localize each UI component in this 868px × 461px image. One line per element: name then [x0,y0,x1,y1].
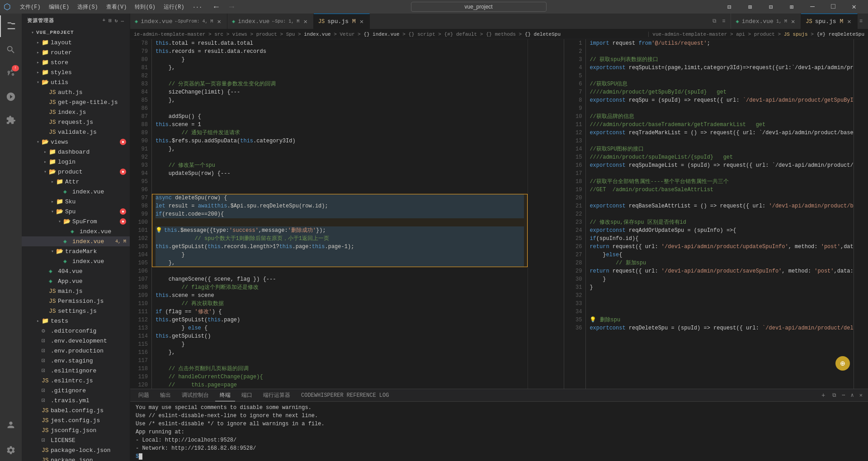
tab-right-close-1[interactable]: ✕ [790,17,796,26]
tree-item-env-stag[interactable]: ⊡ .env.staging [22,356,130,366]
nav-forward[interactable]: → [225,1,238,13]
tree-item-license[interactable]: ⊡ LICENSE [22,435,130,445]
panel-split-btn[interactable]: ⧉ [830,391,838,400]
tree-item-editorconfig[interactable]: ⚙ .editorconfig [22,326,130,336]
activity-debug[interactable] [0,86,22,108]
tab-index-vue-spu[interactable]: ◈ index.vue ←Spu: 1, M ✕ [227,14,314,29]
panel-actions[interactable]: ⋯ [840,391,847,400]
refresh-icon[interactable]: ↻ [115,18,118,24]
tree-item-index-js[interactable]: JS index.js [22,107,130,117]
activity-extensions[interactable] [0,109,22,131]
panel-tab-problems[interactable]: 问题 [134,390,154,401]
terminal-cursor[interactable]: $ [136,452,863,461]
tree-item-index-vue-spufrom[interactable]: ◈ index.vue [22,226,130,236]
tree-item-index-vue-tm[interactable]: ◈ index.vue [22,256,130,266]
tree-item-layout[interactable]: ▸ 📁 layout [22,38,130,47]
tree-item-styles[interactable]: ▸ 📁 styles [22,67,130,77]
activity-files[interactable] [0,15,22,37]
tree-item-package[interactable]: JS package.json [22,455,130,461]
tree-item-spu[interactable]: ▾ 📂 Spu ● [22,207,130,216]
panel-add-btn[interactable]: + [818,392,829,399]
tree-item-main-js[interactable]: JS main.js [22,286,130,296]
nav-back[interactable]: ← [209,1,223,13]
tab-close-2[interactable]: ✕ [302,17,308,26]
tree-item-request-js[interactable]: JS request.js [22,117,130,127]
menu-edit[interactable]: 编辑(E) [45,2,73,12]
tree-item-permission-js[interactable]: JS Permission.js [22,296,130,306]
tree-item-attr[interactable]: ▸ 📁 Attr [22,177,130,187]
tree-item-dashboard[interactable]: ▸ 📁 dashboard [22,147,130,157]
menu-file[interactable]: 文件(F) [16,2,44,12]
tree-item-pkglock[interactable]: JS package-lock.json [22,445,130,455]
tab-right-spujs[interactable]: JS spu.js M ✕ [801,14,857,29]
tab-close-3[interactable]: ✕ [359,17,365,26]
tree-item-views[interactable]: ▾ 📂 views ● [22,137,130,147]
panel-tab-cwrl[interactable]: CODEWHISPERER REFERENCE LOG [297,390,393,400]
tab-spujs[interactable]: JS spu.js M ✕ [314,14,370,29]
panel-tab-debug[interactable]: 调试控制台 [177,390,213,401]
layout-toggle[interactable]: ⊟ [719,0,740,14]
tree-item-jsconfig[interactable]: JS jsconfig.json [22,425,130,435]
collapse-icon[interactable]: … [121,18,124,24]
search-input[interactable] [411,2,547,12]
panel-toggle[interactable]: ⊞ [740,0,760,14]
tree-item-babel[interactable]: JS babel.config.js [22,405,130,415]
tab-close-1[interactable]: ✕ [216,17,222,26]
tree-item-eslintrc[interactable]: JS .eslintrc.js [22,376,130,386]
tree-item-validate-js[interactable]: JS validate.js [22,127,130,137]
panel-tab-ports[interactable]: 端口 [237,390,257,401]
tree-item-get-page-title[interactable]: JS get-page-title.js [22,97,130,107]
layout-btn[interactable]: ⊞ [781,0,802,14]
tree-item-index-vue-spu[interactable]: ◈ index.vue 4, M [22,236,130,246]
right-code-content[interactable]: import request from '@/utils/request';//… [586,39,854,389]
activity-search[interactable] [0,39,22,61]
tree-item-app-vue[interactable]: ◈ App.vue [22,276,130,286]
tree-item-store[interactable]: ▸ 📁 store [22,57,130,67]
left-code-content[interactable]: this.total = result.data.total this.reco… [152,39,528,389]
menu-view[interactable]: 查看(V) [103,2,131,12]
tree-item-travis[interactable]: ⊡ .travis.yml [22,395,130,405]
tree-item-utils[interactable]: ▾ 📂 utils [22,77,130,87]
panel-tab-output[interactable]: 输出 [156,390,175,401]
tree-item-jest[interactable]: JS jest.config.js [22,415,130,425]
tree-item-env-prod[interactable]: ⊡ .env.production [22,346,130,356]
tree-item-gitignore[interactable]: ⊡ .gitignore [22,386,130,395]
tab-right-index-vue[interactable]: ◈ index.vue 1, M ✕ [731,14,801,29]
activity-source-control[interactable]: ! [0,62,22,84]
tree-item-trademark[interactable]: ▾ 📂 tradeMark [22,246,130,256]
tree-item-router[interactable]: ▸ 📁 router [22,47,130,57]
panel-up-btn[interactable]: ∧ [849,391,856,400]
menu-run[interactable]: 运行(R) [160,2,188,12]
panel-close-btn[interactable]: ✕ [858,391,864,400]
new-folder-icon[interactable]: ⊞ [108,18,112,24]
activity-account[interactable] [0,414,22,436]
tree-item-spufrom[interactable]: ▾ 📂 SpuFrom ● [22,216,130,226]
tree-item-404[interactable]: ◈ 404.vue [22,266,130,276]
split-editor-btn[interactable]: ⧉ [711,17,718,25]
tree-item-login[interactable]: ▸ 📁 login [22,157,130,167]
menu-more[interactable]: ... [189,2,206,12]
panel-tab-terminal[interactable]: 终端 [215,390,235,401]
right-more-btn[interactable]: ≡ [858,17,864,25]
tree-item-env-dev[interactable]: ⊡ .env.development [22,336,130,346]
tree-item-eslintignore[interactable]: ⊡ .eslintignore [22,366,130,376]
menu-goto[interactable]: 转到(G) [131,2,159,12]
new-file-icon[interactable]: + [103,18,106,24]
tree-item-settings-js[interactable]: JS settings.js [22,306,130,316]
more-tabs-btn[interactable]: ≡ [720,17,727,25]
activity-settings[interactable] [0,439,22,461]
tree-item-sku[interactable]: ▸ 📁 Sku [22,197,130,207]
minimize-btn[interactable]: — [802,0,823,14]
sidebar-toggle[interactable]: ⊟ [760,0,781,14]
maximize-btn[interactable]: □ [823,0,844,14]
tree-item-product[interactable]: ▾ 📂 product ● [22,167,130,177]
tree-root[interactable]: ▾ VUE_PROJECT [22,28,130,38]
tree-item-index-vue-attr[interactable]: ◈ index.vue [22,187,130,197]
tab-index-vue-spufrom[interactable]: ◈ index.vue ←SpuFrom: 4, M ✕ [130,14,227,29]
tree-item-auth-js[interactable]: JS auth.js [22,87,130,97]
close-btn[interactable]: ✕ [844,0,864,14]
tab-right-close-2[interactable]: ✕ [846,17,852,26]
menu-select[interactable]: 选择(S) [74,2,102,12]
tree-item-tests[interactable]: ▸ 📁 tests [22,316,130,326]
panel-tab-runner[interactable]: 端行运算器 [259,390,295,401]
